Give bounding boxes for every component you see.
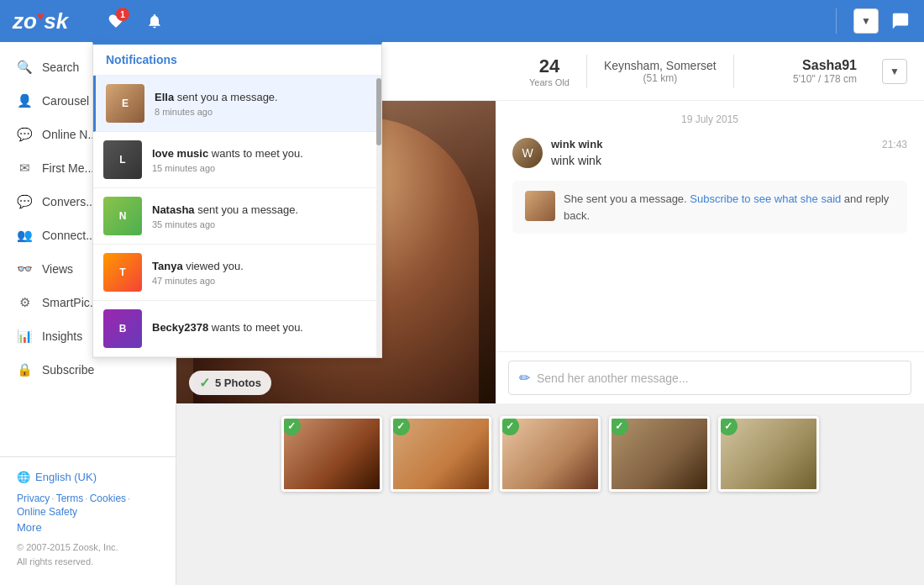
hearts-badge: 1: [116, 8, 129, 21]
sidebar-label-search: Search: [42, 61, 79, 74]
chat-sender: wink wink: [551, 138, 602, 150]
notification-item[interactable]: T Tanya viewed you. 47 minutes ago: [93, 245, 381, 301]
check-icon: ✓: [199, 375, 210, 391]
username-value: Sasha91: [751, 58, 857, 73]
notification-avatar: E: [106, 84, 144, 123]
chat-date: 19 July 2015: [512, 113, 907, 125]
hearts-button[interactable]: 1: [101, 6, 131, 36]
messages-header-button[interactable]: [885, 6, 916, 36]
notification-avatar: T: [103, 253, 142, 292]
photos-count-text: 5 Photos: [215, 377, 261, 389]
firstmeet-icon: ✉: [17, 161, 32, 176]
photo-thumb-2[interactable]: ✓: [391, 416, 491, 492]
user-dropdown-button[interactable]: ▼: [853, 8, 879, 34]
photo-thumb-1[interactable]: ✓: [281, 416, 382, 492]
notification-content: love music wants to meet you. 15 minutes…: [152, 146, 371, 173]
notifications-button[interactable]: [139, 6, 170, 36]
message-input-area: ✏ Send her another message...: [496, 351, 924, 403]
notification-text: love music wants to meet you.: [152, 146, 371, 161]
sidebar-label-views: Views: [42, 262, 73, 276]
cookies-link[interactable]: Cookies: [90, 493, 126, 504]
notification-avatar: N: [103, 197, 142, 235]
notification-item[interactable]: N Natasha sent you a message. 35 minutes…: [93, 188, 381, 245]
pencil-icon: ✏: [519, 370, 530, 386]
location-stat: Keynsham, Somerset (51 km): [604, 59, 717, 84]
notification-time: 8 minutes ago: [155, 107, 371, 117]
sidebar-label-firstmeet: First Me...: [42, 161, 94, 175]
privacy-link[interactable]: Privacy: [17, 493, 50, 504]
sidebar-label-online: Online N...: [42, 128, 97, 141]
notification-avatar: L: [103, 140, 142, 179]
username-stat: Sasha91 5'10" / 178 cm: [751, 58, 857, 85]
search-icon: 🔍: [17, 60, 32, 75]
verified-badge-5: ✓: [719, 417, 738, 435]
photo-thumb-4[interactable]: ✓: [609, 416, 710, 492]
chat-avatar: W: [512, 138, 543, 168]
logo-text: zo♥sk: [13, 8, 68, 34]
message-placeholder: Send her another message...: [537, 372, 689, 385]
chat-time: 21:43: [882, 139, 907, 150]
location-value: Keynsham, Somerset: [604, 59, 717, 72]
height-value: 5'10" / 178 cm: [751, 73, 857, 85]
age-stat: 24 Years Old: [529, 55, 570, 87]
notifications-scrollbar[interactable]: [376, 78, 381, 357]
verified-badge-3: ✓: [501, 417, 519, 435]
online-safety-link[interactable]: Online Safety: [17, 506, 77, 518]
stat-divider-2: [733, 55, 734, 88]
connections-icon: 👥: [17, 228, 32, 243]
app-logo[interactable]: zo♥sk: [0, 0, 92, 42]
chat-message: W wink wink 21:43 wink wink: [512, 138, 907, 168]
subscribe-icon: 🔒: [17, 362, 32, 377]
chat-bubble: wink wink 21:43 wink wink: [551, 138, 907, 167]
sidebar-label-smartpick: SmartPic...: [42, 296, 99, 309]
sidebar-item-subscribe[interactable]: 🔒 Subscribe: [0, 353, 176, 387]
stat-divider: [586, 55, 587, 88]
message-input-box[interactable]: ✏ Send her another message...: [508, 361, 911, 395]
notification-item[interactable]: E Ella sent you a message. 8 minutes ago: [93, 76, 381, 132]
notification-content: Ella sent you a message. 8 minutes ago: [155, 90, 371, 117]
system-message-text: She sent you a message. Subscribe to see…: [564, 191, 895, 224]
copyright-text: © 2007-2015 Zoosk, Inc. All rights reser…: [17, 540, 159, 568]
notification-time: 35 minutes ago: [152, 219, 371, 229]
photo-thumb-5[interactable]: ✓: [718, 416, 819, 492]
photos-count-badge[interactable]: ✓ 5 Photos: [189, 371, 271, 395]
sidebar-label-conversations: Convers...: [42, 195, 96, 208]
sidebar-label-connections: Connect...: [42, 229, 96, 242]
terms-link[interactable]: Terms: [56, 493, 84, 504]
online-icon: 💬: [17, 127, 32, 142]
sidebar-label-insights: Insights: [42, 329, 82, 343]
notification-item[interactable]: B Becky2378 wants to meet you.: [93, 301, 381, 357]
chat-panel: 19 July 2015 W wink wink 21:43 wink wink: [496, 101, 924, 403]
smartpick-icon: ⚙: [17, 295, 32, 310]
notification-content: Becky2378 wants to meet you.: [152, 320, 371, 337]
notification-time: 15 minutes ago: [152, 163, 371, 173]
chat-message-text: wink wink: [551, 154, 907, 167]
age-label: Years Old: [529, 77, 570, 87]
language-label: English (UK): [35, 471, 97, 483]
more-link[interactable]: More: [17, 521, 159, 534]
system-message: She sent you a message. Subscribe to see…: [512, 181, 907, 234]
notification-text: Ella sent you a message.: [155, 90, 371, 105]
system-message-row: She sent you a message. Subscribe to see…: [525, 191, 895, 224]
conversations-icon: 💬: [17, 194, 32, 209]
chat-bubble-header: wink wink 21:43: [551, 138, 907, 150]
notification-content: Tanya viewed you. 47 minutes ago: [152, 259, 371, 286]
notification-text: Natasha sent you a message.: [152, 203, 371, 218]
distance-value: (51 km): [604, 72, 717, 84]
notification-item[interactable]: L love music wants to meet you. 15 minut…: [93, 132, 381, 188]
verified-badge-4: ✓: [610, 417, 628, 435]
notification-text: Becky2378 wants to meet you.: [152, 320, 371, 335]
notification-time: 47 minutes ago: [152, 276, 371, 286]
profile-dropdown-button[interactable]: ▼: [882, 59, 907, 84]
sidebar-links: Privacy · Terms · Cookies · Online Safet…: [17, 493, 159, 518]
header-icons: 1: [101, 6, 170, 36]
language-selector[interactable]: 🌐 English (UK): [17, 466, 159, 488]
notification-content: Natasha sent you a message. 35 minutes a…: [152, 203, 371, 229]
profile-image-overlay: ✓ 5 Photos: [189, 371, 271, 395]
subscribe-link[interactable]: Subscribe to see what she said: [690, 192, 841, 205]
photo-strip: ✓ ✓ ✓ ✓ ✓: [176, 403, 924, 504]
photo-thumb-3[interactable]: ✓: [500, 416, 601, 492]
insights-icon: 📊: [17, 329, 32, 344]
verified-badge-2: ✓: [391, 417, 410, 435]
views-icon: 👓: [17, 261, 32, 277]
